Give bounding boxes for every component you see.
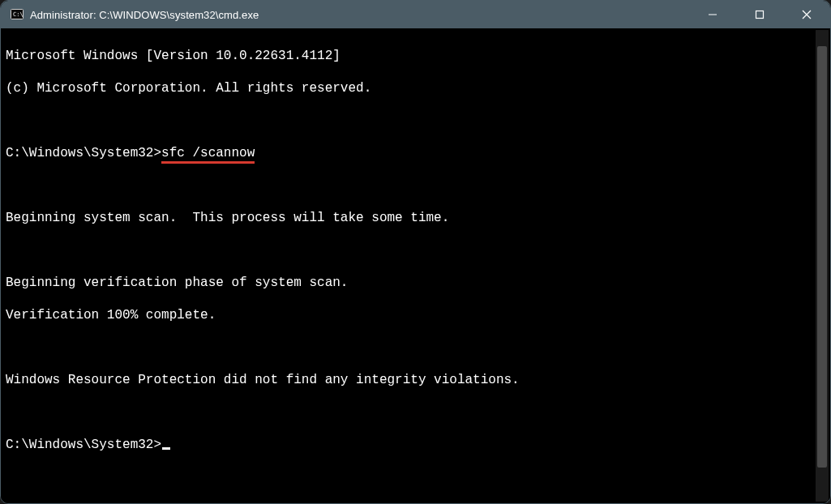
blank-line <box>6 177 812 194</box>
close-icon <box>802 10 812 19</box>
blank-line <box>6 404 812 421</box>
scrollbar-track[interactable] <box>816 30 829 502</box>
blank-line <box>6 113 812 129</box>
terminal-area[interactable]: Microsoft Windows [Version 10.0.22631.41… <box>1 28 830 503</box>
maximize-icon <box>755 10 765 19</box>
prompt-line-1: C:\Windows\System32>sfc /scannow <box>6 145 812 161</box>
close-button[interactable] <box>783 1 830 28</box>
cmd-window: C:\ Administrator: C:\WINDOWS\system32\c… <box>0 0 831 504</box>
prompt-path: C:\Windows\System32> <box>6 438 161 452</box>
text-cursor <box>162 447 170 450</box>
verify-begin: Beginning verification phase of system s… <box>6 275 812 291</box>
maximize-button[interactable] <box>736 1 783 28</box>
verify-done: Verification 100% complete. <box>6 307 812 323</box>
minimize-button[interactable] <box>689 1 736 28</box>
blank-line <box>6 242 812 258</box>
titlebar[interactable]: C:\ Administrator: C:\WINDOWS\system32\c… <box>1 1 830 28</box>
scan-begin: Beginning system scan. This process will… <box>6 210 812 226</box>
terminal-output[interactable]: Microsoft Windows [Version 10.0.22631.41… <box>6 32 812 498</box>
minimize-icon <box>708 10 717 19</box>
typed-command: sfc /scannow <box>161 146 255 164</box>
prompt-line-2[interactable]: C:\Windows\System32> <box>6 437 812 453</box>
svg-rect-3 <box>756 11 764 19</box>
prompt-path: C:\Windows\System32> <box>6 146 161 160</box>
window-title: Administrator: C:\WINDOWS\system32\cmd.e… <box>30 9 259 21</box>
blank-line <box>6 340 812 356</box>
result-line: Windows Resource Protection did not find… <box>6 372 812 388</box>
cmd-icon: C:\ <box>11 8 24 21</box>
scrollbar-thumb[interactable] <box>817 46 827 468</box>
svg-text:C:\: C:\ <box>13 11 24 18</box>
banner-copyright: (c) Microsoft Corporation. All rights re… <box>6 80 812 96</box>
banner-version: Microsoft Windows [Version 10.0.22631.41… <box>6 48 812 64</box>
